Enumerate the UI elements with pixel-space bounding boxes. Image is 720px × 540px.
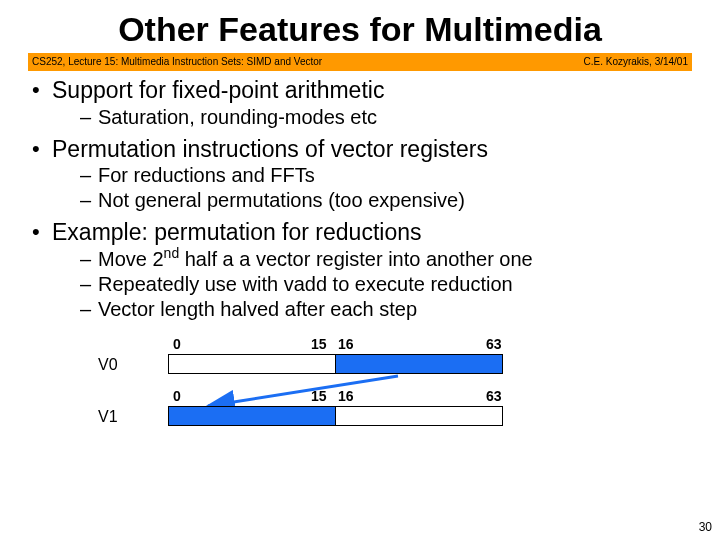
bullet-2-sub-1: For reductions and FFTs <box>80 163 692 188</box>
v0-seg-low <box>169 355 335 373</box>
bullet-2: Permutation instructions of vector regis… <box>28 136 692 214</box>
bullet-2-sub-2: Not general permutations (too expensive) <box>80 188 692 213</box>
label-v0: V0 <box>98 356 118 374</box>
tick-63a: 63 <box>486 336 502 352</box>
bullet-list: Support for fixed-point arithmetic Satur… <box>28 77 692 322</box>
tick-63b: 63 <box>486 388 502 404</box>
bullet-3: Example: permutation for reductions Move… <box>28 219 692 322</box>
bullet-3-sub-2: Repeatedly use with vadd to execute redu… <box>80 272 692 297</box>
v1-seg-low <box>169 407 335 425</box>
bullet-3-sub-1-post: half a a vector register into another on… <box>179 248 533 270</box>
bullet-3-sub-1-sup: nd <box>164 245 180 261</box>
bullet-3-sub-1-pre: Move 2 <box>98 248 164 270</box>
bullet-1-text: Support for fixed-point arithmetic <box>52 77 384 103</box>
bullet-1: Support for fixed-point arithmetic Satur… <box>28 77 692 130</box>
page-number: 30 <box>699 520 712 534</box>
label-v1: V1 <box>98 408 118 426</box>
permutation-diagram: 0 15 16 63 V0 0 15 16 63 V1 <box>98 336 598 456</box>
v1-seg-high <box>335 407 502 425</box>
slide-title: Other Features for Multimedia <box>28 10 692 49</box>
slide: Other Features for Multimedia CS252, Lec… <box>0 0 720 540</box>
bullet-3-text: Example: permutation for reductions <box>52 219 421 245</box>
register-v0 <box>168 354 503 374</box>
tick-15a: 15 <box>311 336 327 352</box>
bullet-1-sub: Saturation, rounding-modes etc <box>52 105 692 130</box>
bullet-3-sub-3: Vector length halved after each step <box>80 297 692 322</box>
banner-right: C.E. Kozyrakis, 3/14/01 <box>584 53 689 71</box>
banner-left: CS252, Lecture 15: Multimedia Instructio… <box>32 53 322 71</box>
bullet-3-sub-1: Move 2nd half a a vector register into a… <box>80 247 692 272</box>
bullet-1-sub-1: Saturation, rounding-modes etc <box>80 105 692 130</box>
bullet-2-sub: For reductions and FFTs Not general perm… <box>52 163 692 213</box>
register-v1 <box>168 406 503 426</box>
bullet-3-sub: Move 2nd half a a vector register into a… <box>52 247 692 322</box>
banner: CS252, Lecture 15: Multimedia Instructio… <box>28 53 692 71</box>
bullet-2-text: Permutation instructions of vector regis… <box>52 136 488 162</box>
svg-line-0 <box>208 376 398 406</box>
v0-seg-high <box>335 355 502 373</box>
tick-16a: 16 <box>338 336 354 352</box>
tick-0a: 0 <box>173 336 181 352</box>
